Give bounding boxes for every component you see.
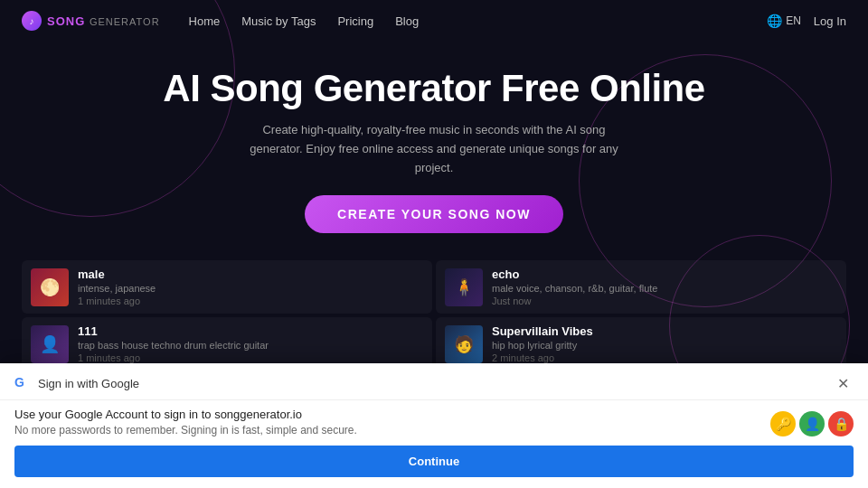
song-card[interactable]: 🧍 echo male voice, chanson, r&b, guitar,… bbox=[436, 260, 846, 314]
language-label: EN bbox=[786, 14, 801, 27]
google-signin-popup: G Sign in with Google ✕ Use your Google … bbox=[0, 363, 868, 488]
popup-continue-button[interactable]: Continue bbox=[14, 446, 854, 477]
nav-music-by-tags[interactable]: Music by Tags bbox=[241, 14, 316, 28]
popup-account-icons: 🔑 👤 🔒 bbox=[770, 411, 854, 436]
popup-sub-text: No more passwords to remember. Signing i… bbox=[14, 424, 770, 436]
song-tags: male voice, chanson, r&b, guitar, flute bbox=[492, 283, 837, 294]
nav-blog[interactable]: Blog bbox=[395, 14, 419, 28]
thumb-figure: 👤 bbox=[31, 325, 69, 363]
popup-header-title: Sign in with Google bbox=[38, 377, 139, 390]
song-time: Just now bbox=[492, 296, 837, 306]
popup-icon-3: 🔒 bbox=[828, 411, 854, 436]
logo-icon: ♪ bbox=[22, 11, 42, 31]
hero-subtitle: Create high-quality, royalty-free music … bbox=[244, 121, 624, 177]
navbar: ♪ SONG GENERATOR Home Music by Tags Pric… bbox=[0, 0, 868, 42]
song-name: echo bbox=[492, 267, 837, 281]
popup-close-button[interactable]: ✕ bbox=[832, 372, 854, 394]
nav-pricing[interactable]: Pricing bbox=[337, 14, 373, 28]
song-info: 111 trap bass house techno drum electric… bbox=[78, 324, 423, 363]
song-tags: trap bass house techno drum electric gui… bbox=[78, 340, 423, 351]
song-thumbnail: 🧑 bbox=[445, 325, 483, 363]
song-time: 1 minutes ago bbox=[78, 352, 423, 363]
popup-body: Use your Google Account to sign in to so… bbox=[0, 400, 868, 446]
song-thumbnail: 🧍 bbox=[445, 268, 483, 306]
popup-header-left: G Sign in with Google bbox=[14, 375, 139, 391]
hero-section: AI Song Generator Free Online Create hig… bbox=[0, 42, 868, 248]
popup-icon-1: 🔑 bbox=[770, 411, 796, 436]
hero-title: AI Song Generator Free Online bbox=[18, 67, 850, 110]
song-time: 2 minutes ago bbox=[492, 352, 837, 363]
popup-text-section: Use your Google Account to sign in to so… bbox=[14, 408, 770, 436]
song-info: Supervillain Vibes hip hop lyrical gritt… bbox=[492, 324, 837, 363]
song-time: 1 minutes ago bbox=[78, 296, 423, 306]
song-info: echo male voice, chanson, r&b, guitar, f… bbox=[492, 267, 837, 306]
create-song-button[interactable]: CREATE YOUR SONG NOW bbox=[305, 195, 563, 233]
globe-icon: 🌐 bbox=[767, 14, 782, 28]
popup-main-text: Use your Google Account to sign in to so… bbox=[14, 408, 770, 421]
thumb-figure: 🧍 bbox=[445, 268, 483, 306]
thumb-figure: 🌕 bbox=[31, 268, 69, 306]
nav-right: 🌐 EN Log In bbox=[767, 14, 846, 28]
nav-links: Home Music by Tags Pricing Blog bbox=[189, 14, 768, 28]
song-name: Supervillain Vibes bbox=[492, 324, 837, 338]
login-button[interactable]: Log In bbox=[814, 14, 846, 28]
logo-text: SONG GENERATOR bbox=[47, 14, 160, 28]
song-tags: hip hop lyrical gritty bbox=[492, 340, 837, 351]
song-thumbnail: 🌕 bbox=[31, 268, 69, 306]
song-name: male bbox=[78, 267, 423, 281]
song-card[interactable]: 🌕 male intense, japanese 1 minutes ago bbox=[22, 260, 432, 314]
thumb-figure: 🧑 bbox=[445, 325, 483, 363]
song-thumbnail: 👤 bbox=[31, 325, 69, 363]
popup-icon-2: 👤 bbox=[799, 411, 825, 436]
song-info: male intense, japanese 1 minutes ago bbox=[78, 267, 423, 306]
logo[interactable]: ♪ SONG GENERATOR bbox=[22, 11, 160, 31]
song-name: 111 bbox=[78, 324, 423, 338]
language-selector[interactable]: 🌐 EN bbox=[767, 14, 801, 28]
popup-header: G Sign in with Google ✕ bbox=[0, 363, 868, 400]
song-tags: intense, japanese bbox=[78, 283, 423, 294]
nav-home[interactable]: Home bbox=[189, 14, 221, 28]
google-logo: G bbox=[14, 375, 31, 391]
